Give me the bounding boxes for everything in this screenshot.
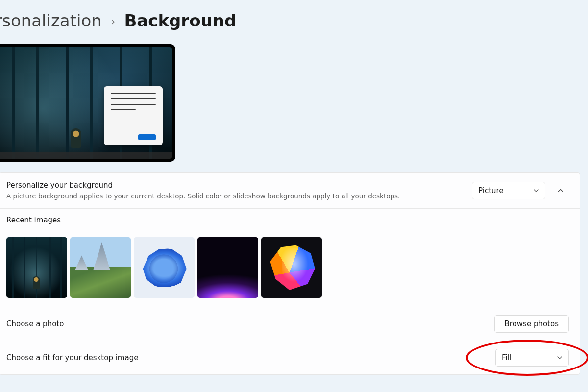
breadcrumb: Personalization › Background [0,11,588,30]
collapse-section-button[interactable] [552,182,569,199]
choose-photo-title: Choose a photo [6,319,488,328]
choose-fit-title: Choose a fit for your desktop image [6,353,489,362]
chevron-right-icon: › [111,15,116,28]
fit-select[interactable]: Fill [495,349,569,367]
choose-fit-row: Choose a fit for your desktop image Fill [0,341,580,374]
background-type-select[interactable]: Picture [472,182,545,199]
breadcrumb-current: Background [124,11,236,30]
chevron-up-icon [557,187,564,194]
recent-images-title: Recent images [6,216,61,224]
recent-image-thumb[interactable] [134,237,195,298]
recent-images-row: Recent images [0,209,580,307]
browse-photos-label: Browse photos [505,319,559,328]
breadcrumb-parent[interactable]: Personalization [0,11,102,30]
browse-photos-button[interactable]: Browse photos [494,315,569,333]
personalize-background-title: Personalize your background [6,181,465,190]
desktop-preview [0,44,175,162]
background-type-value: Picture [478,186,504,195]
chevron-down-icon [557,355,563,361]
chevron-down-icon [533,188,539,194]
background-settings-card: Personalize your background A picture ba… [0,172,580,375]
personalize-background-subtitle: A picture background applies to your cur… [6,192,465,200]
desktop-preview-window [104,86,163,145]
recent-image-thumb[interactable] [6,237,67,298]
recent-image-thumb[interactable] [70,237,131,298]
recent-image-thumb[interactable] [197,237,258,298]
choose-photo-row: Choose a photo Browse photos [0,307,580,341]
recent-image-thumb[interactable] [261,237,322,298]
recent-images-list [6,237,322,298]
fit-select-value: Fill [502,353,512,362]
desktop-preview-taskbar [0,152,172,159]
personalize-background-row: Personalize your background A picture ba… [0,173,580,209]
